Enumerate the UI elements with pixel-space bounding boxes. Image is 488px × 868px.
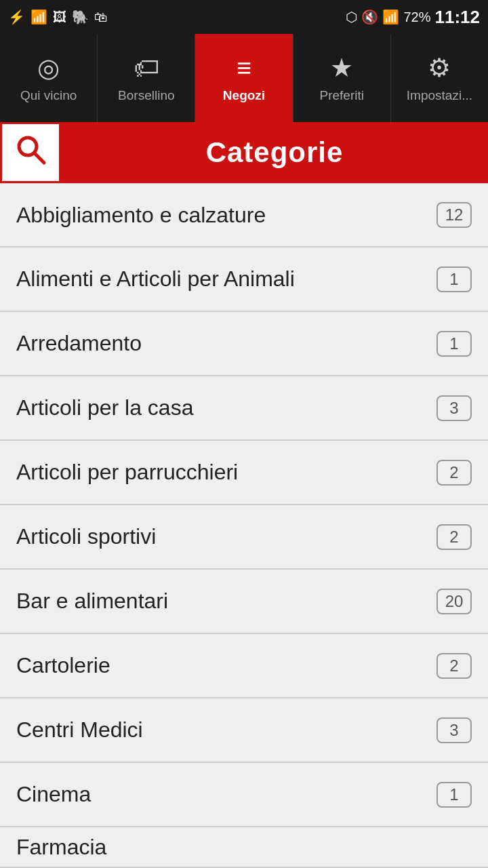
category-count: 2 bbox=[449, 463, 458, 482]
battery-text: 72% bbox=[403, 9, 430, 25]
category-count: 12 bbox=[445, 205, 464, 224]
favorites-icon: ★ bbox=[330, 53, 353, 83]
category-name: Abbigliamento e calzature bbox=[16, 203, 436, 228]
category-count: 3 bbox=[449, 721, 458, 740]
category-badge: 12 bbox=[436, 202, 472, 228]
category-row[interactable]: Articoli per parrucchieri2 bbox=[0, 441, 488, 505]
category-row[interactable]: Cinema1 bbox=[0, 763, 488, 827]
category-name: Articoli per la casa bbox=[16, 395, 436, 420]
tab-wallet[interactable]: 🏷 Borsellino bbox=[98, 34, 195, 122]
tab-favorites-label: Preferiti bbox=[319, 88, 363, 103]
category-name-partial: Farmacia bbox=[16, 835, 472, 860]
svg-line-1 bbox=[35, 153, 44, 163]
category-name: Articoli per parrucchieri bbox=[16, 460, 436, 485]
category-count: 1 bbox=[449, 270, 458, 289]
wallet-icon: 🏷 bbox=[134, 54, 159, 83]
category-badge: 2 bbox=[436, 460, 472, 486]
category-row[interactable]: Alimenti e Articoli per Animali1 bbox=[0, 248, 488, 312]
header: Categorie bbox=[0, 122, 488, 183]
category-badge: 2 bbox=[436, 524, 472, 550]
category-count: 20 bbox=[445, 592, 464, 611]
category-row[interactable]: Abbigliamento e calzature12 bbox=[0, 183, 488, 248]
shops-icon: ≡ bbox=[237, 54, 251, 83]
status-bar: ⚡ 📶 🖼 🐘 🛍 ⬡ 🔇 📶 72% 11:12 bbox=[0, 0, 488, 34]
tab-nearby-label: Qui vicino bbox=[20, 88, 77, 103]
status-left-icons: ⚡ 📶 🖼 🐘 🛍 bbox=[8, 9, 108, 25]
status-right-icons: ⬡ 🔇 📶 72% 11:12 bbox=[346, 7, 480, 28]
category-name: Arredamento bbox=[16, 331, 436, 356]
category-count: 2 bbox=[449, 528, 458, 547]
page-title: Categorie bbox=[61, 136, 488, 169]
category-row[interactable]: Centri Medici3 bbox=[0, 698, 488, 763]
category-badge: 2 bbox=[436, 653, 472, 679]
tab-shops[interactable]: ≡ Negozi bbox=[195, 34, 292, 122]
tab-settings[interactable]: ⚙ Impostazi... bbox=[391, 34, 488, 122]
category-count: 2 bbox=[449, 656, 458, 675]
category-row-partial[interactable]: Farmacia bbox=[0, 827, 488, 868]
search-button[interactable] bbox=[0, 122, 61, 183]
category-badge: 3 bbox=[436, 395, 472, 421]
category-name: Centri Medici bbox=[16, 717, 436, 743]
category-badge: 1 bbox=[436, 331, 472, 357]
category-count: 1 bbox=[449, 785, 458, 804]
usb-icon: ⚡ bbox=[8, 9, 25, 25]
category-name: Articoli sportivi bbox=[16, 524, 436, 549]
bag-icon: 🛍 bbox=[94, 9, 108, 25]
tab-bar: ◎ Qui vicino 🏷 Borsellino ≡ Negozi ★ Pre… bbox=[0, 34, 488, 122]
mute-icon: 🔇 bbox=[361, 9, 378, 25]
search-icon bbox=[14, 133, 47, 173]
category-row[interactable]: Arredamento1 bbox=[0, 312, 488, 376]
gallery-icon: 🖼 bbox=[53, 9, 66, 25]
tab-favorites[interactable]: ★ Preferiti bbox=[293, 34, 390, 122]
category-list: Abbigliamento e calzature12Alimenti e Ar… bbox=[0, 183, 488, 868]
tab-shops-label: Negozi bbox=[223, 88, 265, 103]
signal-icon: 📶 bbox=[382, 9, 399, 25]
category-name: Alimenti e Articoli per Animali bbox=[16, 267, 436, 292]
category-row[interactable]: Cartolerie2 bbox=[0, 634, 488, 698]
wifi-icon: 📶 bbox=[30, 9, 47, 25]
category-count: 1 bbox=[449, 334, 458, 353]
elephant-icon: 🐘 bbox=[72, 9, 89, 25]
bluetooth-icon: ⬡ bbox=[346, 9, 357, 25]
category-name: Bar e alimentari bbox=[16, 589, 436, 614]
category-row[interactable]: Bar e alimentari20 bbox=[0, 570, 488, 634]
category-name: Cartolerie bbox=[16, 653, 436, 678]
tab-settings-label: Impostazi... bbox=[407, 88, 472, 103]
category-badge: 3 bbox=[436, 717, 472, 743]
nearby-icon: ◎ bbox=[37, 53, 60, 83]
tab-nearby[interactable]: ◎ Qui vicino bbox=[0, 34, 97, 122]
category-badge: 1 bbox=[436, 267, 472, 292]
category-badge: 1 bbox=[436, 782, 472, 808]
category-count: 3 bbox=[449, 399, 458, 418]
tab-wallet-label: Borsellino bbox=[118, 88, 174, 103]
category-name: Cinema bbox=[16, 782, 436, 807]
status-time: 11:12 bbox=[435, 7, 481, 28]
settings-icon: ⚙ bbox=[428, 53, 451, 83]
category-badge: 20 bbox=[436, 589, 472, 614]
category-row[interactable]: Articoli per la casa3 bbox=[0, 376, 488, 441]
category-row[interactable]: Articoli sportivi2 bbox=[0, 505, 488, 570]
